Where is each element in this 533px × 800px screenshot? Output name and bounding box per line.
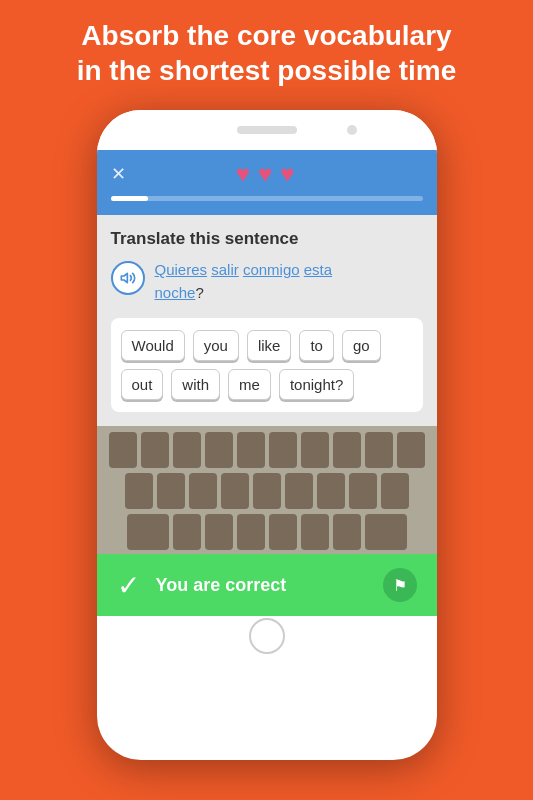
headline: Absorb the core vocabulary in the shorte… (0, 18, 533, 88)
key-16[interactable] (285, 473, 313, 509)
word-quieres[interactable]: Quieres (155, 261, 208, 278)
speaker-icon (120, 270, 136, 286)
phone-bottom-bar (97, 616, 437, 656)
tile-with[interactable]: with (171, 369, 220, 400)
home-button[interactable] (249, 618, 285, 654)
key-13[interactable] (189, 473, 217, 509)
key-24[interactable] (269, 514, 297, 550)
phone-shell: ✕ ♥ ♥ ♥ Translate this sentence Qu (97, 110, 437, 760)
phone-speaker (237, 126, 297, 134)
app-header-top: ✕ ♥ ♥ ♥ (111, 160, 423, 188)
key-14[interactable] (221, 473, 249, 509)
tile-go[interactable]: go (342, 330, 381, 361)
word-tiles-area: Would you like to go out with me tonight… (111, 318, 423, 412)
word-conmigo[interactable]: conmigo (243, 261, 300, 278)
checkmark-icon: ✓ (117, 569, 140, 602)
sentence-row: Quieres salir conmigo estanoche? (111, 259, 423, 304)
hearts-row: ♥ ♥ ♥ (126, 160, 405, 188)
key-22[interactable] (205, 514, 233, 550)
app-content: Translate this sentence Quieres salir co… (97, 215, 437, 426)
close-button[interactable]: ✕ (111, 163, 126, 185)
key-15[interactable] (253, 473, 281, 509)
key-18[interactable] (349, 473, 377, 509)
key-19[interactable] (381, 473, 409, 509)
headline-line2: in the shortest possible time (20, 53, 513, 88)
keyboard-row-1 (101, 432, 433, 468)
key-7[interactable] (301, 432, 329, 468)
keyboard-row-3 (101, 514, 433, 550)
key-6[interactable] (269, 432, 297, 468)
key-12[interactable] (157, 473, 185, 509)
key-23[interactable] (237, 514, 265, 550)
tile-to[interactable]: to (299, 330, 334, 361)
key-17[interactable] (317, 473, 345, 509)
key-8[interactable] (333, 432, 361, 468)
tile-you[interactable]: you (193, 330, 239, 361)
key-5[interactable] (237, 432, 265, 468)
keyboard-row-2 (101, 473, 433, 509)
key-4[interactable] (205, 432, 233, 468)
tile-like[interactable]: like (247, 330, 292, 361)
heart-2: ♥ (258, 160, 272, 188)
key-26[interactable] (333, 514, 361, 550)
key-2[interactable] (141, 432, 169, 468)
phone-top-bar (97, 110, 437, 150)
key-11[interactable] (125, 473, 153, 509)
key-10[interactable] (397, 432, 425, 468)
heart-3: ♥ (280, 160, 294, 188)
word-esta[interactable]: esta (304, 261, 332, 278)
headline-line1: Absorb the core vocabulary (20, 18, 513, 53)
word-noche[interactable]: noche (155, 284, 196, 301)
key-3[interactable] (173, 432, 201, 468)
flag-icon: ⚑ (393, 576, 407, 595)
progress-bar (111, 196, 423, 201)
correct-bar: ✓ You are correct ⚑ (97, 554, 437, 616)
word-salir[interactable]: salir (211, 261, 239, 278)
flag-button[interactable]: ⚑ (383, 568, 417, 602)
phone-camera (347, 125, 357, 135)
tile-me[interactable]: me (228, 369, 271, 400)
tile-out[interactable]: out (121, 369, 164, 400)
translate-label: Translate this sentence (111, 229, 423, 249)
progress-bar-fill (111, 196, 148, 201)
key-9[interactable] (365, 432, 393, 468)
heart-1: ♥ (236, 160, 250, 188)
spanish-sentence: Quieres salir conmigo estanoche? (155, 259, 333, 304)
speaker-button[interactable] (111, 261, 145, 295)
key-1[interactable] (109, 432, 137, 468)
tile-would[interactable]: Would (121, 330, 185, 361)
key-25[interactable] (301, 514, 329, 550)
correct-text: You are correct (156, 575, 367, 596)
svg-marker-0 (121, 273, 127, 282)
key-21[interactable] (173, 514, 201, 550)
keyboard-area (97, 426, 437, 554)
key-backspace[interactable] (365, 514, 407, 550)
app-header: ✕ ♥ ♥ ♥ (97, 150, 437, 215)
tile-tonight[interactable]: tonight? (279, 369, 354, 400)
key-shift[interactable] (127, 514, 169, 550)
